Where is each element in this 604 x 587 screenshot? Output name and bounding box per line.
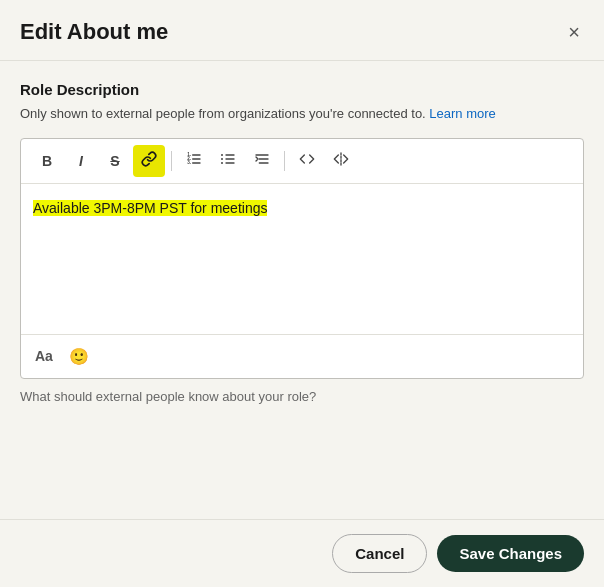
unordered-list-button[interactable] [212, 145, 244, 177]
unordered-list-icon [220, 151, 236, 170]
embed-button[interactable] [325, 145, 357, 177]
indent-icon [254, 151, 270, 170]
font-size-button[interactable]: Aa [31, 344, 57, 368]
code-button[interactable] [291, 145, 323, 177]
embed-icon [333, 151, 349, 170]
learn-more-link[interactable]: Learn more [429, 106, 495, 121]
strikethrough-button[interactable]: S [99, 145, 131, 177]
close-button[interactable]: × [564, 18, 584, 46]
ordered-list-icon: 1. 2. 3. [186, 151, 202, 170]
ordered-list-button[interactable]: 1. 2. 3. [178, 145, 210, 177]
section-description: Only shown to external people from organ… [20, 104, 584, 124]
highlighted-text: Available 3PM-8PM PST for meetings [33, 200, 267, 216]
svg-point-10 [221, 158, 223, 160]
close-icon: × [568, 22, 580, 42]
link-button[interactable] [133, 145, 165, 177]
editor-content[interactable]: Available 3PM-8PM PST for meetings [21, 184, 583, 334]
hint-text: What should external people know about y… [20, 389, 584, 404]
strikethrough-icon: S [110, 153, 119, 169]
modal-title: Edit About me [20, 19, 168, 45]
editor-toolbar: B I S [21, 139, 583, 184]
bold-button[interactable]: B [31, 145, 63, 177]
emoji-button[interactable]: 🙂 [65, 343, 93, 370]
bold-icon: B [42, 153, 52, 169]
code-icon [299, 151, 315, 170]
toolbar-divider-1 [171, 151, 172, 171]
description-text: Only shown to external people from organ… [20, 106, 426, 121]
font-size-icon: Aa [35, 348, 53, 364]
editor-container: B I S [20, 138, 584, 379]
edit-about-me-modal: Edit About me × Role Description Only sh… [0, 0, 604, 587]
modal-header: Edit About me × [0, 0, 604, 61]
italic-button[interactable]: I [65, 145, 97, 177]
emoji-icon: 🙂 [69, 347, 89, 366]
section-label: Role Description [20, 81, 584, 98]
save-changes-button[interactable]: Save Changes [437, 535, 584, 572]
italic-icon: I [79, 153, 83, 169]
editor-footer: Aa 🙂 [21, 334, 583, 378]
modal-body: Role Description Only shown to external … [0, 61, 604, 519]
svg-point-11 [221, 162, 223, 164]
modal-footer: Cancel Save Changes [0, 519, 604, 587]
toolbar-divider-2 [284, 151, 285, 171]
svg-text:3.: 3. [187, 160, 191, 165]
link-icon [141, 151, 157, 170]
cancel-button[interactable]: Cancel [332, 534, 427, 573]
indent-button[interactable] [246, 145, 278, 177]
svg-point-9 [221, 154, 223, 156]
